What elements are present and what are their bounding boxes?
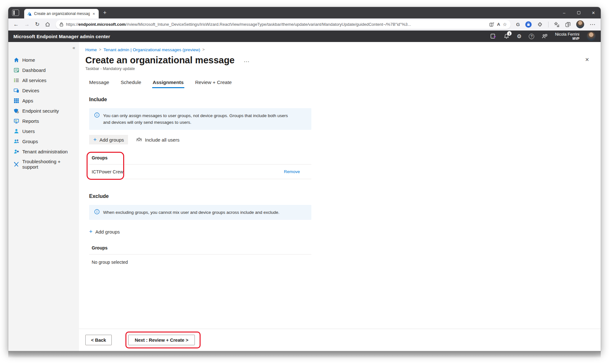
sidebar-item-endpoint-security[interactable]: Endpoint security <box>8 106 79 116</box>
azure-favicon-icon <box>27 11 32 16</box>
feedback-icon[interactable] <box>542 33 548 39</box>
browser-profile-avatar[interactable] <box>576 20 584 28</box>
home-icon[interactable] <box>45 22 50 27</box>
admin-center-header: Microsoft Endpoint Manager admin center … <box>8 31 601 42</box>
browser-menu-icon[interactable]: ⋯ <box>590 21 596 27</box>
include-heading: Include <box>89 96 311 102</box>
breadcrumb: Home > Tenant admin | Organizational mes… <box>85 46 601 53</box>
toolbar-extensions: G ⋯ <box>516 20 596 28</box>
reports-icon <box>13 118 19 124</box>
sidebar-item-tenant-administration[interactable]: Tenant administration <box>8 146 79 157</box>
sidebar-item-apps[interactable]: Apps <box>8 95 79 106</box>
all-services-icon <box>13 77 19 83</box>
include-add-groups-button[interactable]: + Add groups <box>89 135 128 144</box>
exclude-groups-table: Groups No group selected <box>89 245 311 265</box>
main-content: Home > Tenant admin | Organizational mes… <box>79 42 601 351</box>
user-icon <box>13 128 19 134</box>
toolbar-divider <box>548 22 549 27</box>
tab-duplicate-icon[interactable] <box>565 22 571 27</box>
tab-assignments[interactable]: Assignments <box>153 80 184 88</box>
url-text: https://endpoint.microsoft.com/#view/Mic… <box>66 22 487 27</box>
tab-title: Create an organizational messag <box>34 11 90 16</box>
devices-icon <box>13 88 19 93</box>
sidebar-item-troubleshooting-support[interactable]: Troubleshooting + support <box>8 157 79 172</box>
red-annotation-next-button <box>125 332 201 348</box>
shield-icon <box>13 108 19 114</box>
title-overflow-menu-icon[interactable]: … <box>244 57 250 64</box>
browser-tab[interactable]: Create an organizational messag ✕ <box>24 9 99 18</box>
plus-icon: + <box>93 137 97 143</box>
notifications-bell-icon[interactable]: 1 <box>504 33 509 39</box>
tab-message[interactable]: Message <box>89 80 109 88</box>
tenant-admin-icon <box>13 149 19 154</box>
troubleshoot-tools-icon <box>13 161 19 167</box>
red-annotation-groups <box>87 152 124 180</box>
blade-close-icon[interactable]: ✕ <box>585 57 589 63</box>
google-extension-icon[interactable]: G <box>516 22 520 27</box>
browser-tab-strip: Create an organizational messag ✕ + – ✕ <box>8 7 601 18</box>
tab-close-icon[interactable]: ✕ <box>92 12 96 16</box>
user-info[interactable]: Nicola Ferrini MVP <box>555 32 579 40</box>
tab-review-create[interactable]: Review + Create <box>195 80 232 88</box>
sidebar-item-dashboard[interactable]: Dashboard <box>8 65 79 75</box>
sidebar-collapse-icon[interactable]: « <box>73 45 75 50</box>
group-icon <box>13 138 19 144</box>
exclude-add-groups-button[interactable]: + Add groups <box>89 229 120 234</box>
sidebar-item-users[interactable]: Users <box>8 126 79 136</box>
exclude-heading: Exclude <box>89 193 311 199</box>
user-badge: MVP <box>555 37 579 41</box>
password-manager-icon[interactable] <box>525 21 532 28</box>
exclude-info-banner: When excluding groups, you cannot mix us… <box>89 205 311 220</box>
include-info-banner: You can only assign messages to user gro… <box>89 108 311 130</box>
home-nav-icon <box>13 57 19 63</box>
back-icon[interactable]: ← <box>13 22 19 27</box>
window-close-icon[interactable]: ✕ <box>586 10 601 15</box>
favorite-star-icon[interactable]: ☆ <box>503 22 507 27</box>
breadcrumb-current-link[interactable]: Tenant admin | Organizational messages (… <box>103 47 200 52</box>
sidebar-item-groups[interactable]: Groups <box>8 136 79 146</box>
vertical-tabs-icon[interactable] <box>12 10 19 16</box>
all-users-icon <box>136 137 142 142</box>
back-button[interactable]: < Back <box>85 335 112 345</box>
sidebar-item-all-services[interactable]: All services <box>8 75 79 85</box>
split-screen-icon[interactable] <box>489 22 494 27</box>
page-title: Create an organizational message <box>85 55 235 66</box>
remove-group-link[interactable]: Remove <box>284 169 300 174</box>
site-lock-icon[interactable] <box>60 22 63 26</box>
notification-count-badge: 1 <box>507 31 512 36</box>
collections-icon[interactable] <box>554 22 560 27</box>
help-icon[interactable]: ? <box>529 34 534 39</box>
sidebar-item-devices[interactable]: Devices <box>8 85 79 95</box>
info-icon <box>94 209 100 214</box>
page-subtitle: Taskbar - Mandatory update <box>85 66 601 71</box>
exclude-info-text: When excluding groups, you cannot mix us… <box>103 209 280 216</box>
cloud-pc-filter-icon[interactable] <box>490 33 496 39</box>
user-avatar[interactable] <box>587 32 596 41</box>
forward-icon: → <box>24 22 30 27</box>
info-icon <box>94 112 100 118</box>
breadcrumb-home-link[interactable]: Home <box>85 47 97 52</box>
sidebar-item-home[interactable]: Home <box>8 55 79 65</box>
breadcrumb-separator: > <box>99 47 101 52</box>
read-aloud-icon[interactable]: A <box>497 22 500 27</box>
new-tab-icon[interactable]: + <box>103 10 107 16</box>
plus-icon: + <box>89 229 93 234</box>
window-controls: – ✕ <box>557 7 601 18</box>
breadcrumb-separator: > <box>202 47 205 52</box>
admin-center-title: Microsoft Endpoint Manager admin center <box>13 34 110 39</box>
extensions-puzzle-icon[interactable] <box>537 22 543 27</box>
address-bar[interactable]: https://endpoint.microsoft.com/#view/Mic… <box>56 20 511 29</box>
minimize-icon[interactable]: – <box>557 10 571 15</box>
wizard-steps: Message Schedule Assignments Review + Cr… <box>85 80 601 88</box>
exclude-empty-text: No group selected <box>89 255 311 265</box>
sidebar: « Home Dashboard All services Devices Ap… <box>8 42 79 351</box>
settings-gear-icon[interactable]: ⚙ <box>517 33 521 40</box>
tab-schedule[interactable]: Schedule <box>121 80 141 88</box>
refresh-icon[interactable]: ↻ <box>35 22 39 27</box>
dashboard-icon <box>13 67 19 73</box>
sidebar-item-reports[interactable]: Reports <box>8 116 79 126</box>
apps-icon <box>13 98 19 103</box>
include-all-users-button[interactable]: Include all users <box>136 137 179 143</box>
maximize-icon[interactable] <box>571 10 586 15</box>
include-info-text: You can only assign messages to user gro… <box>103 112 294 126</box>
